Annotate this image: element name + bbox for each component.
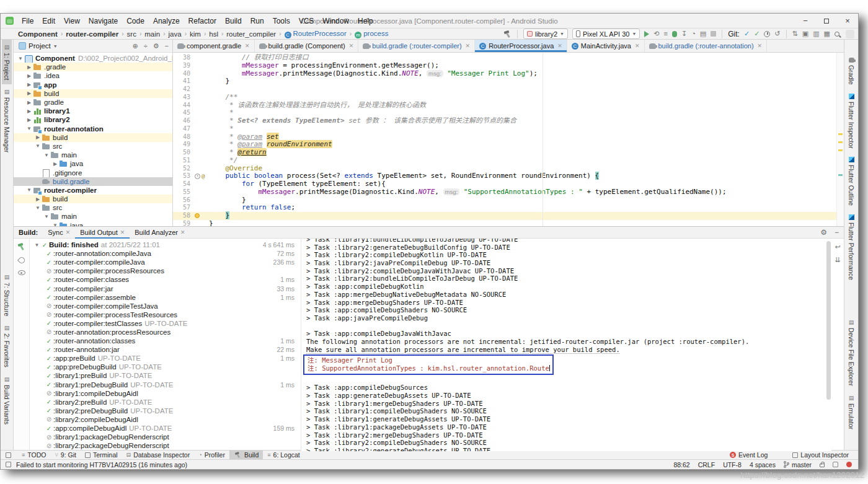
tool-window-button[interactable]: ◔Profiler [194,451,229,460]
menu-item-analyze[interactable]: Analyze [149,17,184,25]
project-tree-row[interactable]: ▶app [14,81,172,89]
menu-item-code[interactable]: Code [122,17,149,25]
line-separator[interactable]: CRLF [698,461,715,469]
build-task-row[interactable]: ✓:router-annotation:jar22 ms [30,345,301,354]
tree-arrow-icon[interactable]: ▼ [34,143,42,149]
close-button[interactable]: × [837,14,858,28]
tool-strip-right[interactable]: ▤Emulator [846,390,856,434]
project-tree-row[interactable]: ▶.idea [14,71,172,80]
build-task-row[interactable]: ✓:router-compiler:jar33 ms [30,284,301,293]
apply-changes-icon[interactable]: ⟲ [653,30,659,37]
close-icon[interactable]: ✕ [758,43,763,49]
project-tree-row[interactable]: ▶.gradle [14,63,172,71]
close-icon[interactable]: ✕ [66,229,71,235]
build-task-row[interactable]: ✓:library2:preDebugBuildUP-TO-DATE [30,407,301,415]
git-history-icon[interactable] [764,31,770,37]
project-tree-row[interactable]: ▼src [14,203,172,212]
tool-strip-right[interactable]: Gradle [846,53,856,89]
build-task-row[interactable]: ⊘:library1:packageDebugRenderscript [30,433,301,441]
tool-window-button[interactable]: SEvent Log [725,451,772,460]
build-task-row[interactable]: ✓:app:preDebugBuildUP-TO-DATE [30,363,301,371]
minimize-button[interactable]: − [795,14,816,28]
tree-arrow-icon[interactable]: ▼ [43,152,50,158]
build-console[interactable]: > Task :library1:bundleLibCompileToJarDe… [301,239,831,451]
project-tree-row[interactable]: ▶library2 [14,115,172,124]
build-task-row[interactable]: ✓:app:compileDebugAidlUP-TO-DATE159 ms [30,424,301,433]
breadcrumb-item[interactable]: mprocess [355,30,388,38]
menu-item-run[interactable]: Run [246,17,268,25]
profiler-icon[interactable]: ◔ [691,30,696,37]
tool-window-button[interactable]: Terminal [81,451,122,460]
tree-arrow-icon[interactable]: ▶ [25,100,33,105]
profile-avatar[interactable] [846,30,854,38]
close-icon[interactable]: ✕ [466,43,471,49]
breadcrumb-item[interactable]: kim [190,30,201,38]
tool-window-button[interactable]: ≡6: Logcat [263,451,304,460]
breadcrumb-item[interactable]: router_compiler [226,30,276,38]
project-tree-row[interactable]: ▼main [14,212,172,221]
tree-arrow-icon[interactable]: ▶ [25,64,33,70]
project-view-selector[interactable]: Project ▼ [29,42,58,50]
tool-window-switcher-icon[interactable] [6,452,11,458]
project-tree-row[interactable]: .gitignore [14,168,172,177]
tool-window-button[interactable]: Layout Inspector [788,451,853,460]
project-tree-row[interactable]: ▶build [14,133,172,142]
build-task-row[interactable]: ⊘:library1:compileDebugAidl [30,389,301,398]
build-task-row[interactable]: ⊘:library2:compileDebugAidl [30,415,301,424]
editor-tab[interactable]: CRouterProcessor.java✕ [475,40,567,52]
console-scrollbar[interactable] [826,241,831,400]
tool-window-button[interactable]: Build [229,451,263,460]
menu-item-file[interactable]: File [17,17,38,25]
tool-strip-left[interactable]: ▤Build Variants [2,372,12,429]
tree-arrow-icon[interactable]: ▶ [34,134,42,140]
build-task-row[interactable]: ✓:router-compiler:testClassesUP-TO-DATE [30,319,301,328]
avd-manager-icon[interactable]: ▥ [813,30,819,37]
code-editor[interactable]: 38 // 获取打印日志接口39 mMessager = processingE… [173,53,844,226]
breadcrumb-item[interactable]: CRouterProcessor [285,30,347,38]
attach-debugger-icon[interactable]: ↧ [681,30,687,37]
build-hammer-icon[interactable] [503,30,512,38]
tool-window-button[interactable]: ⑂9: Git [50,451,81,460]
menu-item-vcs[interactable]: VCS [294,17,319,25]
tool-strip-right[interactable]: Flutter Performance [846,210,856,284]
menu-item-refactor[interactable]: Refactor [184,17,221,25]
project-tree-row[interactable]: ▼ComponentD:\002_Project\002_Android_Lea… [14,54,172,63]
locate-file-icon[interactable]: ⊕ [132,43,138,50]
run-button[interactable] [644,31,649,37]
build-task-row[interactable]: ✓:app:preBuildUP-TO-DATE1 ms [30,354,301,363]
tool-strip-right[interactable]: Flutter Outline [846,152,856,210]
build-task-row[interactable]: ⊘:router-compiler:compileTestJava [30,302,301,310]
tree-arrow-icon[interactable]: ▶ [25,73,33,79]
hector-indicator-icon[interactable] [833,462,838,467]
tool-window-button[interactable]: ⊟Database Inspector [122,451,195,460]
project-tree-row[interactable]: build.gradle [14,177,172,186]
editor-error-stripe[interactable] [836,53,844,226]
git-rollback-icon[interactable]: ↺ [774,30,780,37]
project-tree-row[interactable]: ▼java [14,221,172,226]
fatal-error-icon[interactable] [846,462,852,467]
build-task-row[interactable]: ✓:library2:preBuildUP-TO-DATE [30,398,301,407]
tool-strip-left[interactable]: ▤Resource Manager [2,84,12,157]
editor-tab[interactable]: component.gradle✕ [173,40,255,52]
editor-tab[interactable]: CMainActivity.java✕ [567,40,645,52]
hide-panel-icon[interactable]: − [835,229,839,236]
build-task-row[interactable]: ⊘:library2:packageDebugRenderscript [30,441,301,450]
run-configuration-selector[interactable]: library2 ▼ [523,29,568,39]
tree-arrow-icon[interactable]: ▶ [25,82,33,87]
tree-arrow-icon[interactable]: ▶ [25,90,33,96]
build-task-row[interactable]: ✓:router-compiler:classes1 ms [30,275,301,284]
build-task-row[interactable]: ✓:library1:preDebugBuildUP-TO-DATE1 ms [30,381,301,389]
build-task-row[interactable]: ✓:router-annotation:compileJava72 ms [30,249,301,258]
project-tree-row[interactable]: ▼router-annotation [14,125,172,133]
breadcrumb-item[interactable]: router-compiler [66,30,118,38]
tool-window-button[interactable]: ≡TODO [17,451,50,460]
build-tab[interactable]: Build Output✕ [75,227,130,239]
project-tree-row[interactable]: ▼main [14,151,172,159]
tool-strip-left[interactable]: ▤7: Structure [2,270,12,320]
close-icon[interactable]: ✕ [635,43,640,49]
git-branch[interactable]: master [784,461,812,469]
pin-icon[interactable] [17,256,25,265]
menu-item-tools[interactable]: Tools [268,17,294,25]
device-selector[interactable]: Pixel XL API 30 ▼ [572,29,640,39]
stop-button[interactable] [711,31,716,37]
